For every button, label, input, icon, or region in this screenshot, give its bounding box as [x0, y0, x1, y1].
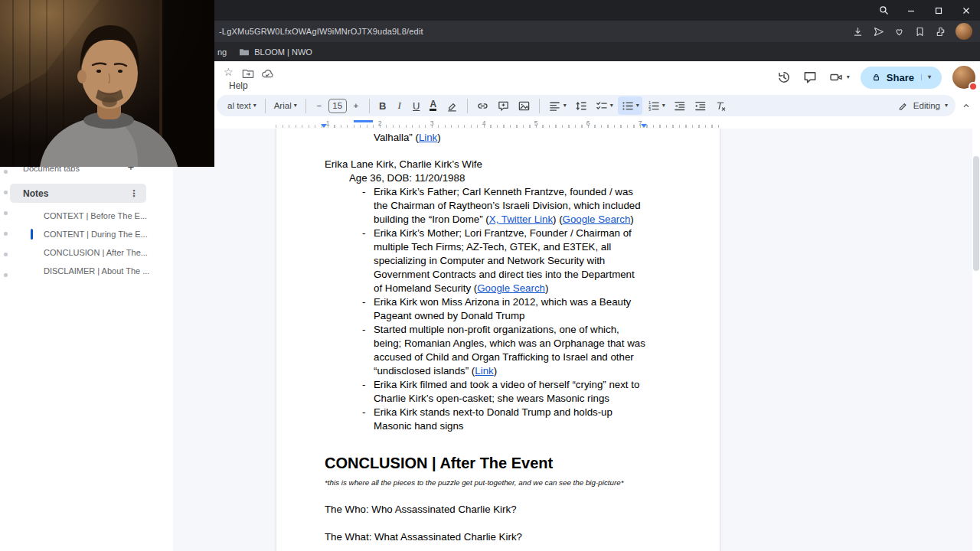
- menu-help[interactable]: Help: [229, 80, 248, 91]
- doc-top-line: Valhalla” (Link): [374, 131, 720, 145]
- editing-mode-dropdown[interactable]: Editing ▾: [897, 100, 948, 112]
- sidebar-tab-item[interactable]: CONTENT | During The E...: [0, 225, 173, 243]
- doc-link[interactable]: Link: [475, 365, 493, 377]
- doc-bullet-item: Erika Kirk won Miss Arizona in 2012, whi…: [361, 295, 645, 323]
- chevron-down-icon: ▾: [945, 103, 948, 109]
- share-button[interactable]: Share ▾: [861, 67, 942, 89]
- version-history-icon[interactable]: [776, 70, 792, 85]
- doc-text: ): [494, 365, 497, 377]
- doc-text: Erika Kirk won Miss Arizona in 2012, whi…: [374, 296, 631, 321]
- increase-indent-button[interactable]: [691, 96, 710, 115]
- bold-button[interactable]: B: [375, 96, 390, 115]
- bookmark-folder-label: BLOOM | NWO: [254, 47, 312, 57]
- ruler-number: 4: [482, 119, 486, 127]
- doc-bullet-item: Erika Kirk stands next-to Donald Trump a…: [361, 406, 645, 433]
- search-icon[interactable]: [870, 0, 897, 21]
- doc-note: *this is where all the pieces to the puz…: [325, 478, 720, 487]
- move-folder-icon[interactable]: [242, 68, 254, 79]
- star-icon[interactable]: ☆: [224, 66, 234, 78]
- send-icon[interactable]: [873, 26, 884, 37]
- doc-question-who: The Who: Who Assassinated Charlie Kirk?: [325, 503, 720, 517]
- text-color-button[interactable]: A: [426, 96, 441, 115]
- scrollbar-track: [972, 129, 980, 551]
- add-comment-button[interactable]: [494, 96, 513, 115]
- webcam-video: [0, 0, 214, 167]
- collapse-toolbar-button[interactable]: [959, 98, 974, 113]
- outline-dot: [4, 191, 8, 194]
- sidebar-tab-notes[interactable]: Notes ⋮: [10, 184, 146, 203]
- doc-link[interactable]: X, Twitter Link: [489, 214, 553, 225]
- chevron-down-icon: ▾: [636, 103, 639, 109]
- toolbar-separator: [265, 99, 266, 113]
- download-icon[interactable]: [852, 26, 864, 37]
- highlight-color-button[interactable]: [443, 96, 462, 115]
- notes-label: Notes: [23, 188, 48, 199]
- bookmark-item-partial[interactable]: ng: [217, 47, 227, 57]
- bookmark-icon[interactable]: [914, 26, 926, 37]
- doc-text: ): [437, 132, 440, 143]
- italic-button[interactable]: I: [392, 96, 407, 115]
- active-tab-indicator: [31, 229, 33, 240]
- sidebar-items: CONTEXT | Before The E...CONTENT | Durin…: [0, 207, 173, 280]
- notification-badge: [969, 82, 978, 91]
- doc-text: ): [630, 214, 633, 225]
- scrollbar-thumb[interactable]: [973, 156, 979, 271]
- chevron-down-icon: ▾: [847, 74, 850, 80]
- indent-marker-bar[interactable]: [354, 120, 373, 122]
- font-dropdown[interactable]: Arial▾: [271, 96, 300, 115]
- font-size-increase-button[interactable]: +: [348, 96, 364, 115]
- doc-paragraph: Age 36, DOB: 11/20/1988: [349, 171, 720, 185]
- cloud-status-icon[interactable]: [261, 68, 274, 79]
- align-button[interactable]: ▾: [545, 96, 570, 115]
- doc-link[interactable]: Google Search: [563, 214, 631, 225]
- insert-image-button[interactable]: [514, 96, 534, 115]
- tab-options-icon[interactable]: ⋮: [129, 188, 139, 199]
- comments-icon[interactable]: [802, 70, 818, 85]
- meet-camera-icon[interactable]: ▾: [828, 70, 850, 84]
- decrease-indent-button[interactable]: [670, 96, 689, 115]
- sidebar-tab-label: CONCLUSION | After The...: [44, 248, 148, 257]
- bulleted-list-button[interactable]: ▾: [618, 96, 642, 115]
- ruler-number: 5: [534, 119, 538, 127]
- account-avatar[interactable]: [952, 66, 975, 89]
- sidebar-tab-item[interactable]: CONTEXT | Before The E...: [0, 207, 173, 225]
- doc-link[interactable]: Google Search: [477, 282, 545, 294]
- ruler-number: 2: [378, 119, 382, 127]
- bookmark-folder[interactable]: BLOOM | NWO: [239, 47, 312, 57]
- extensions-icon[interactable]: [935, 26, 946, 37]
- insert-link-button[interactable]: [473, 96, 492, 115]
- url-text[interactable]: -LgXMu5GRW0LfxOWAgIW9iMNrOJTX9uda9L8/edi…: [219, 27, 423, 36]
- doc-link[interactable]: Link: [419, 132, 437, 143]
- paragraph-style-dropdown[interactable]: al text▾: [224, 96, 260, 115]
- browser-extension-icons: [852, 23, 972, 40]
- doc-bullet-item: Erika Kirk filmed and took a video of he…: [361, 378, 645, 406]
- doc-bullet-item: Started multiple non-profit organization…: [361, 323, 645, 378]
- doc-text: Started multiple non-profit organization…: [374, 324, 645, 377]
- minimize-button[interactable]: [897, 0, 925, 21]
- doc-text: Valhalla” (: [374, 132, 419, 143]
- outline-dot: [4, 170, 8, 174]
- line-spacing-button[interactable]: [571, 96, 590, 115]
- doc-text: ): [545, 282, 548, 294]
- ruler-number: 7: [639, 119, 642, 127]
- underline-button[interactable]: U: [409, 96, 424, 115]
- favorite-icon[interactable]: [893, 26, 905, 37]
- doc-heading: CONCLUSION | After The Event: [325, 453, 720, 473]
- doc-question-what: The What: What Assassinated Charlie Kirk…: [325, 530, 720, 544]
- sidebar-tab-item[interactable]: DISCLAIMER | About The ...: [0, 262, 173, 280]
- browser-profile-avatar[interactable]: [956, 23, 972, 40]
- close-button[interactable]: [952, 0, 980, 21]
- doc-paragraph: Erika Lane Kirk, Charlie Kirk’s Wife: [325, 158, 720, 171]
- numbered-list-button[interactable]: 123 ▾: [644, 96, 668, 115]
- checklist-button[interactable]: ▾: [592, 96, 616, 115]
- maximize-button[interactable]: [925, 0, 952, 21]
- document-text-area[interactable]: Valhalla” (Link) Erika Lane Kirk, Charli…: [276, 129, 720, 544]
- lock-icon: [871, 72, 881, 83]
- sidebar-tab-item[interactable]: CONCLUSION | After The...: [0, 243, 173, 262]
- ruler-number: 1: [326, 119, 330, 127]
- font-size-decrease-button[interactable]: −: [312, 96, 327, 115]
- font-size-field[interactable]: 15: [328, 99, 347, 113]
- share-dropdown-icon: ▾: [921, 74, 931, 80]
- docs-header-actions: ▾ Share ▾: [776, 61, 975, 93]
- clear-formatting-button[interactable]: [711, 96, 730, 115]
